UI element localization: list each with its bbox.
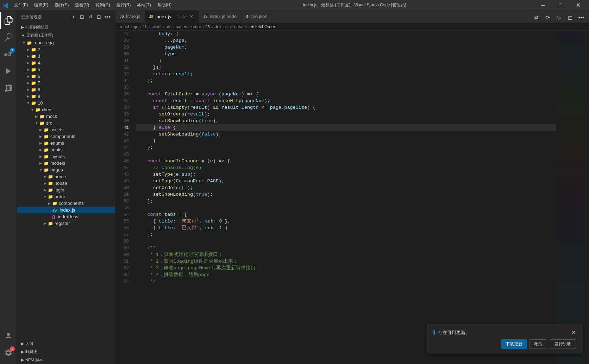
activity-explorer[interactable]	[0, 12, 17, 29]
notification-close-button[interactable]: ✕	[571, 329, 576, 336]
code-line-34: };	[136, 77, 556, 84]
tree-folder-6[interactable]: ▶ 📁 6	[17, 73, 115, 80]
tree-login[interactable]: ▶ 📁 login	[17, 187, 115, 193]
breadcrumb-default[interactable]: default	[234, 24, 247, 29]
code-line-35	[136, 84, 556, 91]
tree-folder-7[interactable]: ▶ 📁 7	[17, 80, 115, 86]
ln-33: 33	[115, 71, 129, 77]
menu-view[interactable]: 查看(V)	[72, 1, 92, 9]
tab-json-label: vue.json	[250, 14, 267, 19]
activity-extensions[interactable]	[0, 80, 17, 96]
ln-27: 27	[115, 31, 129, 37]
folder-icon: 📁	[31, 61, 36, 65]
tab-vue-json[interactable]: {} vue.json	[241, 11, 272, 23]
tree-folder-9[interactable]: ▶ 📁 9	[17, 93, 115, 100]
tab-close-button[interactable]: ✕	[189, 14, 194, 19]
tree-models[interactable]: ▶ 📁 models	[17, 160, 115, 167]
menu-run[interactable]: 运行(R)	[114, 1, 134, 9]
breadcrumb-fetchorder[interactable]: fetchOrder	[255, 24, 275, 29]
outline-section[interactable]: ▶ 大纲	[17, 340, 115, 348]
activity-settings[interactable]: 1	[0, 344, 17, 361]
tree-house[interactable]: ▶ 📁 house	[17, 180, 115, 187]
breadcrumb-sep-8: ›	[248, 24, 250, 29]
tree-folder-2[interactable]: ▶ 📁 2	[17, 46, 115, 53]
tree-mock[interactable]: ▶ 📁 mock	[17, 113, 115, 120]
activity-source-control[interactable]: 3	[0, 46, 17, 63]
tree-folder-5[interactable]: ▶ 📁 5	[17, 66, 115, 73]
maximize-button[interactable]: □	[552, 0, 569, 11]
folder-icon: 📁	[48, 221, 53, 226]
more-actions-button[interactable]: •••	[104, 13, 111, 20]
menu-file[interactable]: 文件(F)	[11, 1, 31, 9]
tree-order[interactable]: ▼ 📁 order	[17, 193, 115, 200]
code-content[interactable]: body: { ...page, pageNum, type } }); ret…	[133, 31, 556, 364]
npm-section[interactable]: ▶ NPM 脚本	[17, 356, 115, 364]
tree-components[interactable]: ▶ 📁 components	[17, 133, 115, 140]
tree-enums[interactable]: ▶ 📁 enums	[17, 140, 115, 146]
activity-search[interactable]	[0, 29, 17, 46]
code-editor[interactable]: 27 28 29 30 31 32 33 34 35 36 37 38 39 4…	[115, 31, 556, 364]
menu-terminal[interactable]: 终端(T)	[134, 1, 153, 9]
folder-icon: 📁	[31, 74, 36, 79]
tree-folder-4[interactable]: ▶ 📁 4	[17, 59, 115, 66]
workspace-section[interactable]: ▼ 无标题 (工作区)	[17, 31, 115, 39]
tree-hooks[interactable]: ▶ 📁 hooks	[17, 146, 115, 153]
menu-help[interactable]: 帮助(H)	[155, 1, 175, 9]
code-line-47: // console.log(e)	[136, 164, 556, 171]
activity-account[interactable]	[0, 327, 17, 344]
tab-kvue[interactable]: JS kvue.js	[115, 11, 145, 23]
menu-goto[interactable]: 转到(G)	[93, 1, 113, 9]
activity-run[interactable]	[0, 63, 17, 80]
index-js-label: index.js	[59, 207, 115, 213]
run-code-button[interactable]: ▷	[554, 13, 564, 23]
tab-index-node[interactable]: JS index.js node	[199, 11, 241, 23]
settings-badge: 1	[10, 346, 15, 351]
tree-assets[interactable]: ▶ 📁 assets	[17, 126, 115, 133]
tree-src[interactable]: ▼ 📁 src	[17, 120, 115, 126]
breadcrumb-10[interactable]: 10	[143, 24, 147, 29]
menu-edit[interactable]: 编辑(E)	[31, 1, 51, 9]
layouts-label: layouts	[50, 154, 115, 159]
tab-index-js[interactable]: JS index.js ...\order ✕	[145, 11, 199, 23]
models-label: models	[50, 161, 115, 166]
tree-register[interactable]: ▶ 📁 register	[17, 220, 115, 227]
tree-react-egg[interactable]: ▼ 📁 react_egg	[17, 39, 115, 46]
tree-client[interactable]: ▼ 📁 client	[17, 106, 115, 113]
breadcrumb-index-js[interactable]: index.js	[211, 24, 226, 29]
folder-icon: 📁	[31, 81, 36, 86]
release-notes-button[interactable]: 发行说明	[550, 339, 576, 349]
refresh-button[interactable]: ↺	[87, 13, 94, 20]
scrollbar[interactable]	[584, 31, 589, 364]
breadcrumb-order[interactable]: order	[191, 24, 201, 29]
tree-pages[interactable]: ▼ 📁 pages	[17, 167, 115, 173]
breadcrumb-pages[interactable]: pages	[176, 24, 187, 29]
tree-index-less[interactable]: {} index.less	[17, 213, 115, 220]
tree-home[interactable]: ▶ 📁 home	[17, 173, 115, 180]
split-editor-button[interactable]: ⧉	[531, 13, 541, 23]
folder-icon: 📁	[44, 148, 49, 152]
breadcrumb-client[interactable]: client	[152, 24, 162, 29]
split-layout-button[interactable]: ⊟	[565, 13, 575, 23]
timeline-section[interactable]: ▶ 时间线	[17, 348, 115, 356]
breadcrumb-src[interactable]: src	[166, 24, 171, 29]
more-tab-actions[interactable]: •••	[576, 13, 586, 23]
tree-folder-10[interactable]: ▼ 📁 10	[17, 100, 115, 106]
history-button[interactable]: ⟳	[543, 13, 552, 23]
later-button[interactable]: 稍后	[530, 339, 547, 349]
folder-icon: 📁	[27, 40, 32, 45]
minimize-button[interactable]: ─	[535, 0, 551, 11]
tree-index-js[interactable]: JS index.js	[17, 207, 115, 213]
tree-order-components[interactable]: ▶ 📁 components	[17, 200, 115, 207]
download-update-button[interactable]: 下载更新	[501, 339, 527, 349]
breadcrumb-react-egg[interactable]: react_egg	[120, 24, 138, 29]
tree-folder-8[interactable]: ▶ 📁 8	[17, 86, 115, 93]
new-file-button[interactable]: +	[70, 13, 77, 20]
tree-layouts[interactable]: ▶ 📁 layouts	[17, 153, 115, 160]
open-editors-section[interactable]: ▶ 打开的编辑器	[17, 23, 115, 31]
close-button[interactable]: ✕	[570, 0, 586, 11]
new-folder-button[interactable]: ⊞	[79, 13, 86, 20]
menu-selection[interactable]: 选择(S)	[52, 1, 71, 9]
collapse-button[interactable]: ⊟	[95, 13, 102, 20]
tree-folder-3[interactable]: ▶ 📁 3	[17, 53, 115, 59]
notification-message: 存在可用更新。	[438, 330, 470, 336]
